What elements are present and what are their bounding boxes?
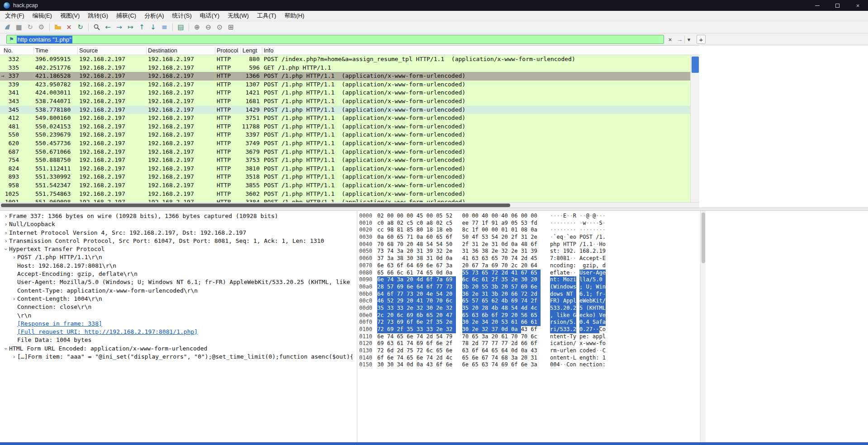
hex-row[interactable]: 012069636174696f6e2f782d7777772d666ficat… xyxy=(357,340,699,347)
menu-wireless[interactable]: 无线(W) xyxy=(223,10,253,21)
filter-clear-icon[interactable]: × xyxy=(666,35,674,43)
menu-file[interactable]: 文件(F) xyxy=(1,10,28,21)
detail-row[interactable]: ›Hypertext Transfer Protocol xyxy=(0,245,352,253)
packet-row[interactable]: 620550.457736192.168.2.197192.168.2.197H… xyxy=(0,139,690,148)
packet-row[interactable]: 335402.251776192.168.2.197192.168.2.197H… xyxy=(0,64,690,72)
filter-dropdown-icon[interactable]: ▾ xyxy=(684,35,693,43)
hex-row[interactable]: 010072692f3533332e32302e32370d0a436fri/5… xyxy=(357,326,699,333)
detail-link[interactable]: [Full request URI: http://192.168.2.197:… xyxy=(17,328,198,335)
packet-row[interactable]: 1025551.754863192.168.2.197192.168.2.197… xyxy=(0,190,690,199)
expand-arrow-icon[interactable]: › xyxy=(11,253,17,261)
menu-statistics[interactable]: 统计(S) xyxy=(168,10,195,21)
close-file-icon[interactable]: × xyxy=(64,22,74,32)
zoom-out-icon[interactable]: ⊖ xyxy=(203,22,213,32)
hex-row[interactable]: 00906e743a204d6f7a696c6c612f352e3020nt: … xyxy=(357,276,699,284)
detail-row[interactable]: ›POST /1.php HTTP/1.1\r\n xyxy=(0,253,352,261)
hex-row[interactable]: 0060373a383038310d0a4163636570742d457:80… xyxy=(357,255,699,262)
packet-row[interactable]: 345538.778180192.168.2.197192.168.2.197H… xyxy=(0,106,690,114)
packet-row[interactable]: 958551.542347192.168.2.197192.168.2.197H… xyxy=(0,181,690,190)
packet-row[interactable]: 824551.112411192.168.2.197192.168.2.197H… xyxy=(0,165,690,173)
hex-row[interactable]: 01406f6e74656e742d4c656e6774683a2031onte… xyxy=(357,355,699,362)
go-to-packet-icon[interactable]: ↦ xyxy=(125,22,136,32)
hex-row[interactable]: 00a02857696e646f77733b20553b2057696e(Win… xyxy=(357,284,699,291)
display-filter-input[interactable]: ⚑ http contains "1.php" xyxy=(6,35,664,44)
hex-row[interactable]: 000002000000450005520000400040060000····… xyxy=(357,213,699,220)
column-header-protocol[interactable]: Protocol xyxy=(217,46,238,56)
packet-row[interactable]: 1091551.969098192.168.2.197192.168.2.197… xyxy=(0,198,690,202)
column-header-destination[interactable]: Destination xyxy=(148,46,177,56)
hex-row[interactable]: 008065666c6174650d0a557365722d416765efla… xyxy=(357,270,699,277)
packet-row[interactable]: 343538.744071192.168.2.197192.168.2.197H… xyxy=(0,97,690,106)
hex-row[interactable]: 00706e636f64696e673a20677a69702c2064ncod… xyxy=(357,262,699,270)
expand-arrow-icon[interactable]: › xyxy=(3,220,9,228)
hex-row[interactable]: 00e02c206c696b65204765636b6f29205665, li… xyxy=(357,312,699,319)
column-header-time[interactable]: Time xyxy=(35,46,48,56)
filter-add-button[interactable]: + xyxy=(697,35,706,44)
reload-file-icon[interactable]: ↻ xyxy=(75,22,85,32)
detail-row[interactable]: \r\n xyxy=(0,312,352,320)
expand-arrow-icon[interactable]: › xyxy=(11,353,17,361)
packet-row[interactable]: 412549.800160192.168.2.197192.168.2.197H… xyxy=(0,114,690,123)
resize-columns-icon[interactable]: ⊞ xyxy=(226,22,236,32)
detail-row[interactable]: Host: 192.168.2.197:8081\r\n xyxy=(0,262,352,270)
menu-view[interactable]: 视图(V) xyxy=(56,10,84,21)
collapse-arrow-icon[interactable]: › xyxy=(2,246,10,252)
filter-apply-icon[interactable]: → xyxy=(675,35,684,43)
packet-list-hscrollbar-thumb[interactable] xyxy=(1,204,510,207)
hex-row[interactable]: 0130726d2d75726c656e636f6465640d0a43rm-u… xyxy=(357,347,699,355)
capture-options-icon[interactable]: ⚙ xyxy=(36,22,47,32)
column-header-no[interactable]: No. xyxy=(4,46,13,56)
autoscroll-icon[interactable]: ≡ xyxy=(159,22,170,32)
packet-row[interactable]: 893551.330992192.168.2.197192.168.2.197H… xyxy=(0,173,690,181)
zoom-100-icon[interactable]: ⊙ xyxy=(214,22,225,32)
go-forward-icon[interactable]: → xyxy=(114,22,124,32)
pane-splitter[interactable] xyxy=(0,208,868,211)
go-last-packet-icon[interactable]: ↓ xyxy=(148,22,158,32)
detail-row[interactable]: ›HTML Form URL Encoded: application/x-ww… xyxy=(0,345,352,353)
detail-row[interactable]: User-Agent: Mozilla/5.0 (Windows; U; Win… xyxy=(0,278,352,286)
hex-row[interactable]: 005073743a203139322e3136382e322e3139st: … xyxy=(357,248,699,255)
filter-bookmark-icon[interactable]: ⚑ xyxy=(9,36,14,43)
menu-analyze[interactable]: 分析(A) xyxy=(140,10,168,21)
packet-row[interactable]: 754550.888750192.168.2.197192.168.2.197H… xyxy=(0,156,690,165)
packet-list-vscrollbar[interactable] xyxy=(690,55,699,202)
column-header-length[interactable]: Lengt xyxy=(242,46,257,56)
detail-row[interactable]: [Full request URI: http://192.168.2.197:… xyxy=(0,328,352,336)
expand-arrow-icon[interactable]: › xyxy=(11,295,17,303)
hex-row[interactable]: 00c0465229204170706c655765624b69742fFR) … xyxy=(357,298,699,305)
detail-row[interactable]: File Data: 1004 bytes xyxy=(0,336,352,344)
packet-row[interactable]: 687550.671066192.168.2.197192.168.2.197H… xyxy=(0,148,690,156)
packet-row[interactable]: 550550.239679192.168.2.197192.168.2.197H… xyxy=(0,131,690,139)
zoom-in-icon[interactable]: ⊕ xyxy=(192,22,202,32)
packet-row[interactable]: 341424.003011192.168.2.197192.168.2.197H… xyxy=(0,89,690,97)
packet-bytes-vscrollbar[interactable] xyxy=(700,211,706,442)
detail-row[interactable]: ›[…]Form item: "aaa" = "@ini_set("displa… xyxy=(0,353,352,361)
detail-row[interactable]: Content-Type: application/x-www-form-url… xyxy=(0,287,352,295)
hex-row[interactable]: 0010c0a802c5c0a802c5ee771f91a90553fd····… xyxy=(357,220,699,227)
maximize-button[interactable] xyxy=(827,0,848,11)
detail-link[interactable]: [Response in frame: 338] xyxy=(17,320,102,327)
packet-row[interactable]: →337421.186528192.168.2.197192.168.2.197… xyxy=(0,72,690,80)
detail-row[interactable]: ›Null/Loopback xyxy=(0,220,352,228)
column-header-info[interactable]: Info xyxy=(264,46,274,56)
go-first-packet-icon[interactable]: ↑ xyxy=(137,22,147,32)
hex-row[interactable]: 00d03533332e32302e323520284b48544d4c533.… xyxy=(357,305,699,312)
hex-row[interactable]: 00b0646f7773204e5420362e313b2066722ddows… xyxy=(357,291,699,298)
detail-row[interactable]: Accept-Encoding: gzip, deflate\r\n xyxy=(0,270,352,278)
hex-row[interactable]: 01106e74656e742d547970653a206170706cnten… xyxy=(357,333,699,341)
detail-row[interactable]: ›Content-Length: 1004\r\n xyxy=(0,295,352,303)
expand-arrow-icon[interactable]: › xyxy=(3,229,9,237)
menu-edit[interactable]: 编辑(E) xyxy=(28,10,56,21)
column-header-source[interactable]: Source xyxy=(79,46,98,56)
packet-row[interactable]: 481550.024153192.168.2.197192.168.2.197H… xyxy=(0,123,690,131)
packet-list-vscrollbar-thumb[interactable] xyxy=(692,57,699,73)
hex-row[interactable]: 004070687020485454502f312e310d0a486fphp … xyxy=(357,241,699,248)
hex-row[interactable]: 0020cc988185801818eb8c1f00000101080a····… xyxy=(357,227,699,234)
menu-telephony[interactable]: 电话(Y) xyxy=(196,10,223,21)
hex-row[interactable]: 00300a6065710a60656f504f5354202f312e·`eq… xyxy=(357,234,699,241)
start-capture-icon[interactable] xyxy=(2,22,13,32)
packet-list-hscrollbar[interactable] xyxy=(0,202,699,208)
detail-row[interactable]: [Response in frame: 338] xyxy=(0,320,352,328)
close-button[interactable]: × xyxy=(848,0,868,11)
minimize-button[interactable] xyxy=(807,0,827,11)
